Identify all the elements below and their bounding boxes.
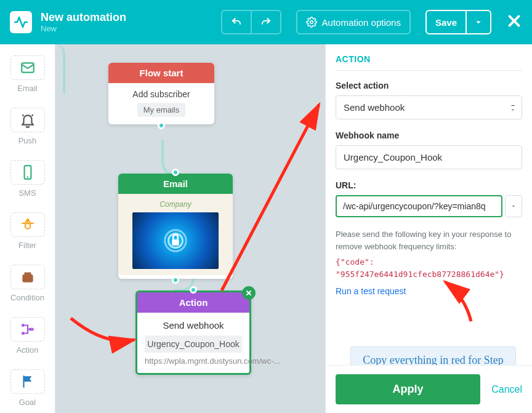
webhook-key-code: {"code": "955f247e6441d91cfecb87728861d6… [336, 256, 522, 280]
title-block: New automation New [41, 11, 126, 33]
sidebar-item-email[interactable]: Email [0, 48, 55, 100]
sidebar-item-sms[interactable]: SMS [0, 153, 55, 205]
select-action-dropdown[interactable]: Send webhook [336, 95, 522, 119]
node-tag: My emails [137, 103, 186, 117]
panel-heading: ACTION [336, 54, 522, 71]
sidebar-item-goal[interactable]: Goal [0, 362, 55, 413]
node-line: Add subscriber [115, 89, 208, 99]
pulse-icon [14, 15, 28, 30]
test-request-link[interactable]: Run a test request [336, 286, 406, 296]
annotation-callout: Copy everything in red for Step 3 [350, 347, 516, 365]
node-line: https://wpla.mgmt.dustysun.com/wc-... [142, 356, 244, 366]
sidebar-item-label: Action [16, 345, 38, 355]
bell-icon [20, 112, 36, 128]
sidebar-item-push[interactable]: Push [0, 100, 55, 153]
svg-rect-11 [22, 332, 24, 334]
svg-rect-16 [172, 239, 179, 246]
flag-icon [20, 374, 36, 390]
svg-point-8 [25, 278, 26, 279]
close-icon [506, 13, 522, 29]
undo-button[interactable] [221, 10, 251, 34]
phone-icon [20, 164, 36, 180]
lock-icon [161, 227, 190, 255]
page-title: New automation [41, 11, 126, 24]
sidebar-item-label: Condition [10, 293, 44, 302]
node-header: Email [118, 174, 233, 194]
save-button[interactable]: Save [425, 10, 466, 34]
close-icon [245, 289, 252, 297]
sidebar-item-condition[interactable]: Condition [0, 257, 55, 310]
node-header: Action [137, 292, 249, 313]
email-icon [20, 60, 36, 76]
automation-options-button[interactable]: Automation options [296, 10, 411, 34]
select-action-label: Select action [336, 81, 522, 90]
svg-rect-12 [29, 328, 31, 331]
help-text: Please send the following key in your re… [336, 228, 522, 252]
apply-button[interactable]: Apply [336, 374, 480, 404]
node-line: Send webhook [142, 320, 244, 331]
node-action[interactable]: Action Send webhook Urgency_Coupon_Hook … [135, 291, 251, 375]
sidebar-item-label: Email [17, 84, 38, 93]
caret-down-icon [510, 203, 517, 209]
svg-point-6 [25, 223, 30, 229]
node-port[interactable] [190, 286, 197, 294]
undo-icon [231, 17, 242, 28]
node-header: Flow start [108, 63, 214, 83]
url-label: URL: [336, 180, 522, 190]
automation-options-label: Automation options [322, 17, 401, 28]
email-thumbnail: Company [118, 194, 233, 275]
sidebar-item-label: Push [18, 136, 37, 145]
webhook-name-label: Webhook name [336, 130, 522, 140]
annotation-arrow [434, 278, 483, 330]
node-delete-button[interactable] [242, 286, 256, 300]
redo-icon [260, 17, 272, 28]
svg-point-9 [29, 278, 30, 279]
redo-button[interactable] [251, 10, 281, 34]
url-variables-button[interactable] [505, 195, 523, 217]
save-dropdown-button[interactable] [466, 10, 491, 34]
header-bar: New automation New Automation options Sa… [0, 0, 532, 44]
node-email[interactable]: Email Company [118, 174, 233, 279]
condition-icon [20, 269, 36, 285]
sidebar-item-label: SMS [18, 188, 36, 198]
flow-canvas[interactable]: Flow start Add subscriber My emails Emai… [55, 44, 325, 413]
node-line: Urgency_Coupon_Hook [145, 335, 242, 353]
sidebar-item-action[interactable]: Action [0, 310, 55, 362]
node-flow-start[interactable]: Flow start Add subscriber My emails [108, 63, 214, 124]
element-sidebar: Email Push SMS Filter Condition Action G… [0, 44, 55, 413]
sidebar-item-label: Filter [18, 241, 36, 250]
app-logo [10, 11, 32, 33]
url-input[interactable] [336, 195, 502, 217]
webhook-name-input[interactable] [336, 145, 522, 169]
action-panel: ACTION Select action Send webhook Webhoo… [325, 44, 532, 413]
caret-down-icon [473, 17, 484, 28]
page-subtitle: New [41, 24, 126, 33]
connector [55, 44, 65, 95]
node-port[interactable] [172, 169, 179, 176]
svg-rect-10 [22, 324, 24, 326]
filter-icon [20, 217, 36, 233]
node-port[interactable] [158, 122, 165, 129]
svg-point-0 [310, 21, 313, 24]
cancel-button[interactable]: Cancel [491, 384, 522, 395]
sidebar-item-label: Goal [19, 398, 36, 407]
undo-redo-group [221, 10, 281, 34]
node-port[interactable] [172, 276, 179, 284]
save-group: Save [425, 10, 491, 34]
close-button[interactable] [506, 11, 522, 34]
panel-footer: Apply Cancel [326, 365, 532, 413]
action-icon [20, 321, 36, 337]
annotation-arrow [68, 315, 142, 355]
gear-icon [306, 17, 317, 28]
email-company-label: Company [123, 200, 228, 209]
sidebar-item-filter[interactable]: Filter [0, 205, 55, 257]
